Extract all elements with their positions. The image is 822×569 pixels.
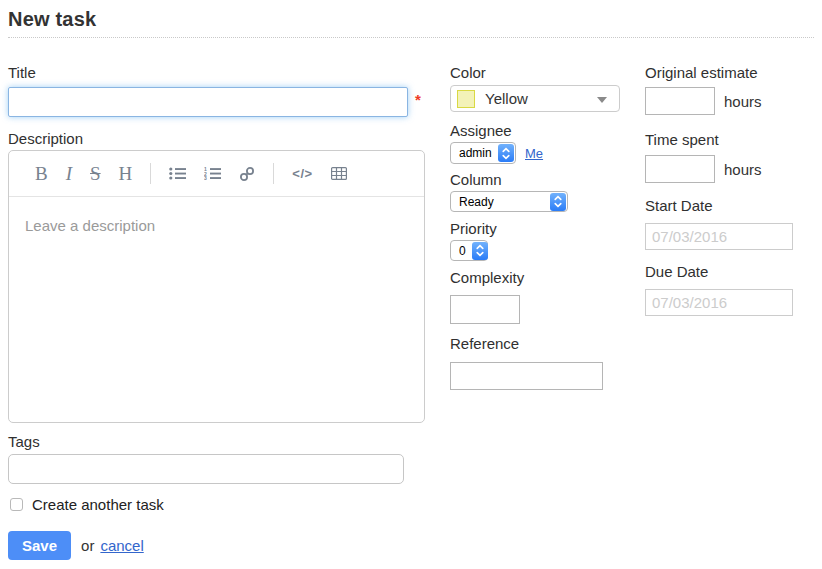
description-editor: B I S H: [8, 150, 425, 423]
priority-select-wrap: 0: [450, 240, 636, 261]
title-label: Title: [8, 64, 428, 82]
create-another-label: Create another task: [32, 496, 164, 513]
original-estimate-row: hours: [645, 87, 817, 115]
new-task-page: New task Title * Description B I S H: [0, 0, 822, 569]
assignee-label: Assignee: [450, 122, 636, 140]
description-textarea[interactable]: Leave a description: [9, 197, 424, 255]
tags-input[interactable]: [8, 454, 404, 484]
color-select[interactable]: Yellow: [450, 85, 620, 112]
priority-label: Priority: [450, 220, 636, 238]
or-text: or: [81, 537, 94, 554]
column-label: Column: [450, 171, 636, 189]
reference-label: Reference: [450, 335, 636, 353]
assignee-row: admin Me: [450, 142, 636, 164]
select-stepper-icon: [472, 242, 488, 260]
hours-suffix: hours: [724, 93, 762, 110]
action-row: Save or cancel: [8, 531, 428, 560]
title-input[interactable]: [8, 87, 408, 117]
priority-select[interactable]: 0: [450, 240, 488, 261]
link-icon[interactable]: [239, 166, 255, 182]
select-stepper-icon: [498, 144, 514, 162]
complexity-label: Complexity: [450, 269, 636, 287]
code-icon[interactable]: </>: [292, 166, 312, 181]
create-another-checkbox[interactable]: [10, 498, 23, 511]
color-selected-value: Yellow: [485, 90, 528, 107]
hours-suffix: hours: [724, 161, 762, 178]
assignee-select[interactable]: admin: [450, 142, 516, 164]
select-stepper-icon: [550, 193, 566, 211]
bold-icon[interactable]: B: [35, 164, 48, 184]
description-label: Description: [8, 130, 428, 148]
column-select[interactable]: Ready: [450, 191, 568, 212]
left-column: Title * Description B I S H: [8, 56, 428, 560]
required-asterisk: *: [415, 91, 421, 108]
due-date-input[interactable]: [645, 289, 793, 316]
ordered-list-icon[interactable]: 1 2 3: [204, 167, 221, 180]
color-label: Color: [450, 64, 636, 82]
tags-label: Tags: [8, 433, 428, 451]
header-divider: [8, 37, 814, 38]
cancel-link[interactable]: cancel: [100, 537, 143, 554]
start-date-label: Start Date: [645, 197, 817, 215]
unordered-list-icon[interactable]: [169, 167, 186, 180]
original-estimate-label: Original estimate: [645, 64, 817, 82]
editor-toolbar: B I S H: [9, 151, 424, 197]
column-select-wrap: Ready: [450, 191, 636, 212]
color-swatch-yellow: [457, 90, 475, 108]
time-spent-row: hours: [645, 155, 817, 183]
strikethrough-icon[interactable]: S: [90, 164, 101, 184]
assign-to-me-link[interactable]: Me: [525, 146, 543, 161]
toolbar-separator: [150, 163, 151, 184]
description-placeholder: Leave a description: [25, 217, 155, 234]
save-button[interactable]: Save: [8, 531, 71, 560]
chevron-down-icon: [597, 97, 607, 103]
page-title: New task: [8, 8, 814, 31]
heading-icon[interactable]: H: [119, 164, 133, 184]
table-icon[interactable]: [331, 167, 347, 180]
create-another-row: Create another task: [8, 496, 428, 513]
toolbar-separator: [273, 163, 274, 184]
right-column: Original estimate hours Time spent hours…: [645, 56, 817, 316]
due-date-label: Due Date: [645, 263, 817, 281]
italic-icon[interactable]: I: [66, 164, 72, 184]
original-estimate-input[interactable]: [645, 87, 715, 115]
complexity-input[interactable]: [450, 295, 520, 324]
reference-input[interactable]: [450, 362, 603, 390]
time-spent-label: Time spent: [645, 131, 817, 149]
title-row: *: [8, 87, 428, 117]
svg-text:3: 3: [204, 175, 207, 180]
start-date-input[interactable]: [645, 223, 793, 250]
page-header: New task: [0, 0, 822, 38]
time-spent-input[interactable]: [645, 155, 715, 183]
middle-column: Color Yellow Assignee admin Me Column Re…: [450, 56, 636, 390]
